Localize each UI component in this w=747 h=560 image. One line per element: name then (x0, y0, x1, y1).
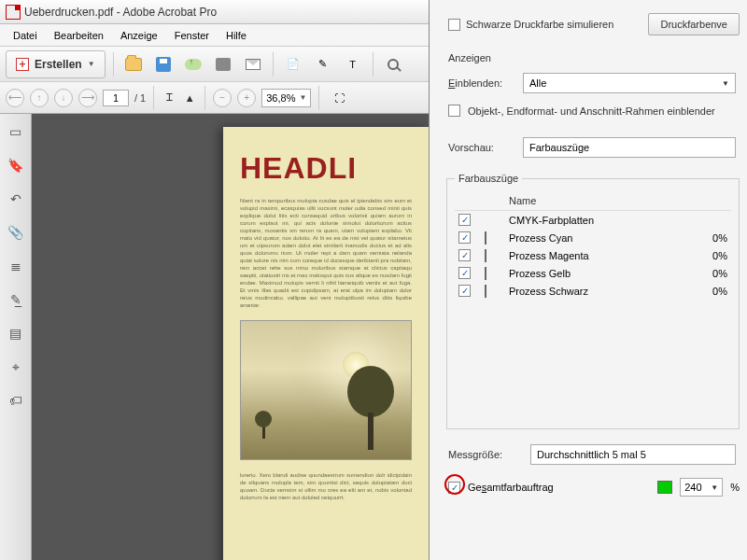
sep-name: Prozess Schwarz (509, 286, 681, 297)
sep-name: Prozess Gelb (509, 268, 681, 279)
signatures-panel-icon[interactable]: ✎̲ (7, 291, 24, 308)
attachments-panel-icon[interactable]: 📎 (7, 224, 24, 241)
einblenden-select[interactable]: Alle ▼ (523, 73, 736, 93)
pdf-icon (6, 5, 21, 20)
toolbar-main: + Erstellen ▼ 📄 ✎ T (0, 47, 429, 82)
tool-sign[interactable]: ✎ (311, 52, 335, 77)
separation-row: Prozess Cyan 0% (455, 229, 731, 246)
sep-name: Prozess Cyan (509, 232, 681, 244)
total-ink-value-input[interactable]: 240 ▼ (680, 478, 723, 497)
tool-text[interactable]: T (341, 52, 365, 77)
thumbnails-panel-icon[interactable]: ▭ (7, 123, 24, 140)
separation-row: CMYK-Farbplatten (455, 211, 731, 229)
create-label: Erstellen (35, 58, 82, 71)
bookmarks-panel-icon[interactable]: 🔖 (7, 157, 24, 174)
doc-image (240, 320, 412, 460)
sep-checkbox[interactable] (458, 231, 471, 244)
cloud-upload-icon (185, 59, 202, 70)
page-total-label: / 1 (134, 92, 146, 104)
sep-pct: 0% (681, 250, 727, 261)
ink-warning-swatch (657, 481, 672, 494)
sep-pct: 0% (681, 286, 727, 297)
plus-icon: + (16, 58, 29, 71)
layers-panel-icon[interactable]: ≣ (7, 258, 24, 274)
destinations-panel-icon[interactable]: ⌖ (7, 358, 24, 375)
next-page-button[interactable]: ↓ (54, 89, 73, 107)
sep-pct: 0% (681, 268, 727, 279)
chevron-down-icon: ▼ (299, 93, 306, 102)
menu-help[interactable]: Hilfe (218, 27, 254, 44)
zoom-level-select[interactable]: 36,8% ▼ (261, 89, 311, 107)
zoom-value: 36,8% (266, 92, 295, 104)
doc-body-1: Nient ra in temporibus molupta cusdae qu… (240, 197, 412, 309)
first-page-button[interactable]: ⟵ (6, 89, 24, 107)
object-frames-checkbox[interactable] (448, 105, 460, 117)
cloud-button[interactable] (181, 52, 205, 77)
swatch-magenta (485, 249, 486, 262)
separation-row: Prozess Gelb 0% (455, 264, 731, 282)
doc-headline: HEADLI (240, 151, 412, 186)
output-preview-panel: Schwarze Druckfarbe simulieren Druckfarb… (430, 0, 747, 560)
articles-panel-icon[interactable]: ▤ (7, 325, 24, 342)
folder-icon (125, 58, 142, 71)
print-button[interactable] (211, 52, 235, 77)
pdf-page: HEADLI Nient ra in temporibus molupta cu… (223, 127, 429, 560)
document-canvas[interactable]: HEADLI Nient ra in temporibus molupta cu… (32, 114, 429, 560)
sep-checkbox[interactable] (458, 285, 471, 297)
sep-pct: 0% (681, 232, 727, 244)
einblenden-label: Einblenden: (448, 77, 514, 89)
save-button[interactable] (151, 52, 176, 77)
chevron-down-icon: ▼ (722, 79, 729, 88)
menubar: Datei Bearbeiten Anzeige Fenster Hilfe (0, 24, 429, 47)
tool-scan[interactable]: 📄 (281, 52, 305, 77)
text-select-tool[interactable]: Ꮖ (162, 91, 176, 105)
separation-row: Prozess Magenta 0% (455, 246, 731, 264)
menu-window[interactable]: Fenster (167, 27, 217, 44)
mail-button[interactable] (241, 52, 265, 77)
show-group-title: Anzeigen (439, 41, 747, 67)
object-frames-label: Objekt-, Endformat- und Anschnitt-Rahmen… (468, 105, 715, 117)
menu-view[interactable]: Anzeige (113, 27, 165, 44)
sep-name: Prozess Magenta (509, 250, 681, 261)
mail-icon (246, 59, 261, 70)
sep-checkbox[interactable] (458, 249, 471, 261)
chevron-down-icon: ▼ (88, 60, 95, 68)
sep-checkbox[interactable] (458, 214, 471, 226)
highlight-circle (444, 474, 465, 495)
titlebar: Ueberdrucken.pdf - Adobe Acrobat Pro (0, 0, 429, 24)
prev-page-button[interactable]: ↑ (30, 89, 49, 107)
print-colors-button[interactable]: Druckfarbenve (648, 13, 740, 35)
open-button[interactable] (121, 52, 146, 77)
separations-group: Farbauszüge Name CMYK-Farbplatten Prozes… (446, 173, 740, 429)
tool-fit[interactable]: ⛶ (327, 86, 351, 110)
mess-select[interactable]: Durchschnittlich 5 mal 5 (530, 444, 736, 465)
menu-edit[interactable]: Bearbeiten (47, 27, 111, 44)
chevron-down-icon: ▼ (711, 483, 718, 492)
swatch-cyan (485, 231, 486, 245)
menu-file[interactable]: Datei (6, 27, 45, 44)
print-icon (216, 58, 231, 71)
total-ink-label: Gesamtfarbauftrag (468, 482, 554, 493)
sep-name: CMYK-Farbplatten (509, 215, 681, 226)
swatch-black (485, 285, 486, 298)
create-button[interactable]: + Erstellen ▼ (6, 50, 106, 78)
pointer-tool[interactable]: ▲ (182, 91, 197, 105)
vorschau-select[interactable]: Farbauszüge (523, 137, 736, 158)
simulate-black-checkbox[interactable] (448, 19, 460, 31)
zoom-out-button[interactable]: − (213, 89, 232, 107)
zoom-in-button[interactable]: + (237, 89, 256, 107)
toolbar-nav: ⟵ ↑ ↓ ⟶ / 1 Ꮖ ▲ − + 36,8% ▼ ⛶ (0, 82, 429, 114)
separations-title: Farbauszüge (455, 173, 522, 184)
page-number-input[interactable] (103, 90, 129, 106)
last-page-button[interactable]: ⟶ (78, 89, 97, 107)
sep-checkbox[interactable] (458, 267, 471, 279)
doc-body-2: lorerio. Xero blandi audise quundaestrum… (240, 471, 412, 501)
search-icon (388, 59, 399, 70)
simulate-black-label: Schwarze Druckfarbe simulieren (466, 19, 613, 30)
name-column-header: Name (509, 195, 681, 206)
undo-icon[interactable]: ↶ (7, 190, 24, 207)
tags-panel-icon[interactable]: 🏷 (7, 392, 24, 409)
swatch-yellow (485, 267, 486, 280)
nav-panel: ▭ 🔖 ↶ 📎 ≣ ✎̲ ▤ ⌖ 🏷 (0, 114, 32, 560)
search-button[interactable] (381, 52, 405, 77)
